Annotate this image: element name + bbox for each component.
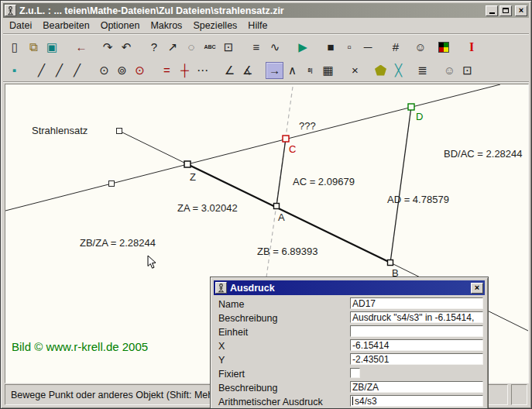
einheit-input[interactable] <box>350 325 483 337</box>
point-d-marker[interactable] <box>408 104 414 110</box>
point-style-button[interactable]: ▫ <box>340 38 359 57</box>
fixed-circle-tool-button[interactable]: ⊚ <box>113 62 131 79</box>
move-tool-icon: → <box>269 64 280 76</box>
point-c-marker[interactable] <box>283 136 289 142</box>
hide-object-tool-button[interactable]: 8| <box>301 62 319 79</box>
parallel-tool-button[interactable]: = <box>158 62 176 79</box>
animation-tool-button[interactable]: ▦ <box>319 62 337 79</box>
fixed-angle-tool-button[interactable]: ∡ <box>239 62 256 79</box>
arith-ausdruck-input[interactable] <box>350 395 483 407</box>
measure-ad[interactable]: AD = 4.78579 <box>387 194 449 205</box>
fixiert-checkbox[interactable] <box>350 368 360 378</box>
parabola-tool-button[interactable]: ∧ <box>283 62 301 79</box>
move-tool-button[interactable]: → <box>266 62 283 79</box>
macro-window-tool-button[interactable]: ⊡ <box>458 62 476 79</box>
object-alert-button[interactable]: ☺ <box>411 38 430 57</box>
text-label-button[interactable]: ABC <box>201 38 219 57</box>
back-arrow-icon: ← <box>76 41 88 53</box>
text-unknown-value[interactable]: ??? <box>299 120 316 132</box>
measure-ac[interactable]: AC = 2.09679 <box>293 176 355 187</box>
measure-bd-ac[interactable]: BD/AC = 2.28244 <box>444 148 523 160</box>
ray-zd-line[interactable] <box>5 84 500 211</box>
dialog-title-bar[interactable]: Ausdruck × <box>214 280 485 295</box>
line-thickness-icon: ─ <box>364 41 372 53</box>
menu-datei[interactable]: Datei <box>4 19 37 32</box>
intersection-tool-button[interactable]: ╳ <box>390 62 407 79</box>
copyright-text: Bild © www.r-krell.de 2005 <box>12 340 148 353</box>
maximize-button[interactable] <box>499 5 512 16</box>
color-black-button[interactable]: ■ <box>321 38 340 57</box>
angle-tool-button[interactable]: ∠ <box>221 62 239 79</box>
y-input[interactable] <box>350 353 483 365</box>
show-grid-button[interactable]: # <box>386 38 405 57</box>
help-mode-button[interactable]: ? <box>145 38 163 57</box>
function-wave-button[interactable]: ∿ <box>266 38 284 57</box>
dialog-close-button[interactable]: × <box>471 283 483 294</box>
goto-point-forward-button[interactable]: ↷ <box>98 38 117 57</box>
segment-bd[interactable] <box>390 107 411 263</box>
run-construction-button[interactable]: ▶ <box>293 38 312 57</box>
close-icon: × <box>519 6 523 15</box>
segment-tool-button[interactable]: ╱ <box>68 62 86 79</box>
open-file-button[interactable]: ⧉ <box>24 38 43 57</box>
text-cursor-icon: I <box>469 41 474 53</box>
close-button[interactable]: × <box>515 5 527 16</box>
goto-point-back-button[interactable]: ↶ <box>117 38 136 57</box>
polygon-tool-button[interactable] <box>372 62 390 79</box>
beschreibung2-label: Beschreibung <box>218 383 277 394</box>
ray-zb-upper-line[interactable] <box>119 131 187 164</box>
beschreibung-input[interactable] <box>350 311 483 323</box>
function-wave-icon: ∿ <box>270 41 280 53</box>
name-input[interactable] <box>350 297 483 309</box>
zoom-drag-button[interactable]: ↗ <box>163 38 182 57</box>
segment-ac[interactable] <box>276 139 286 206</box>
comment-lines-button[interactable]: ≡ <box>247 38 266 57</box>
measure-za[interactable]: ZA = 3.02042 <box>177 202 238 214</box>
beschreibung-row: Beschreibung <box>217 311 480 325</box>
circle-tool-button[interactable]: ⊙ <box>95 62 113 79</box>
delete-tool-button[interactable]: × <box>346 62 364 79</box>
ray-tool-button[interactable]: ╱ <box>50 62 68 79</box>
perpendicular-tool-button[interactable]: ┼ <box>176 62 194 79</box>
point-marker-ray1[interactable] <box>117 129 122 134</box>
text-cursor-button[interactable]: I <box>462 38 481 57</box>
menu-makros[interactable]: Makros <box>145 19 187 32</box>
measure-zb[interactable]: ZB = 6.89393 <box>257 246 317 257</box>
expression-tool-button[interactable]: ≣ <box>414 62 431 79</box>
track-tool-button[interactable]: ☺ <box>441 62 458 79</box>
line-thickness-button[interactable]: ─ <box>359 38 377 57</box>
point-z-marker[interactable] <box>184 161 190 167</box>
red-circle-tool-button[interactable]: ⊙ <box>131 62 149 79</box>
title-bar: Z.u.L. : ... teien\Mathe-Dateien\Zul Dat… <box>3 3 529 18</box>
back-arrow-button[interactable]: ← <box>72 38 91 57</box>
beschreibung2-input[interactable] <box>350 381 483 393</box>
menu-bearbeiten[interactable]: Bearbeiten <box>37 19 94 32</box>
point-b-marker[interactable] <box>388 260 393 266</box>
run-construction-icon: ▶ <box>298 41 307 53</box>
parabola-tool-icon: ∧ <box>288 64 297 76</box>
menu-spezielles[interactable]: Spezielles <box>187 19 242 32</box>
minimize-button[interactable] <box>486 5 498 16</box>
color-palette-button[interactable] <box>434 38 453 57</box>
line-tool-button[interactable]: ╱ <box>33 62 50 79</box>
lasso-select-button[interactable]: ◌ <box>182 38 201 57</box>
object-alert-icon: ☺ <box>414 41 426 53</box>
midpoint-tool-button[interactable]: ⋯ <box>194 62 211 79</box>
measure-zb-za[interactable]: ZB/ZA = 2.28244 <box>80 237 156 249</box>
point-marker-ray2[interactable] <box>109 181 115 187</box>
mouse-cursor <box>147 255 156 270</box>
object-properties-button[interactable]: ⊡ <box>219 38 238 57</box>
x-row: X <box>217 339 480 352</box>
new-file-button[interactable]: ▯ <box>5 38 24 57</box>
text-strahlensatz[interactable]: Strahlensatz <box>32 125 88 136</box>
x-input[interactable] <box>350 339 483 351</box>
beschreibung2-row: Beschreibung <box>217 381 480 394</box>
ausdruck-dialog: Ausdruck × NameBeschreibungEinheitXYFixi… <box>210 277 489 409</box>
goto-point-forward-icon: ↷ <box>103 41 113 53</box>
point-a-marker[interactable] <box>274 204 280 209</box>
menu-optionen[interactable]: Optionen <box>95 19 146 32</box>
point-d-label: D <box>416 111 423 122</box>
menu-hilfe[interactable]: Hilfe <box>242 19 273 32</box>
save-file-button[interactable]: ▣ <box>43 38 61 57</box>
point-tool-button[interactable]: ▪ <box>5 62 23 79</box>
